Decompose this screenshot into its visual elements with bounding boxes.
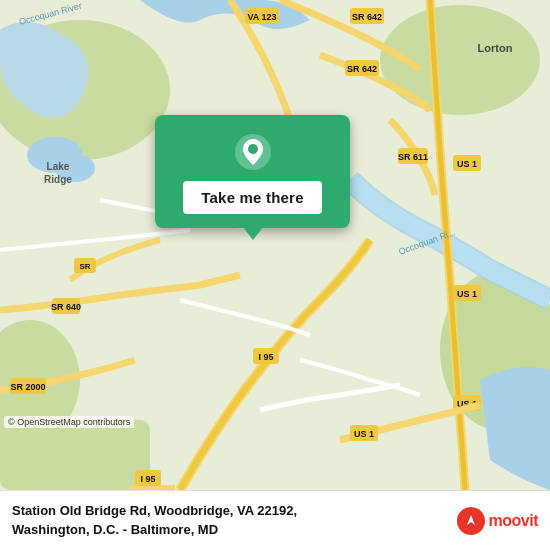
svg-text:US 1: US 1: [457, 289, 477, 299]
address-line1: Station Old Bridge Rd, Woodbridge, VA 22…: [12, 502, 447, 520]
location-popup: Take me there: [155, 115, 350, 228]
moovit-icon: [457, 507, 485, 535]
svg-text:SR 642: SR 642: [347, 64, 377, 74]
svg-text:I 95: I 95: [258, 352, 273, 362]
svg-text:Ridge: Ridge: [44, 174, 72, 185]
svg-text:Lorton: Lorton: [478, 42, 513, 54]
map-view: I 95 I 95 US 1 US 1 US 1 SR 640 SR 2000 …: [0, 0, 550, 490]
take-me-there-button[interactable]: Take me there: [183, 181, 321, 214]
svg-text:SR 640: SR 640: [51, 302, 81, 312]
svg-text:SR: SR: [79, 262, 90, 271]
svg-text:Lake: Lake: [47, 161, 70, 172]
address-container: Station Old Bridge Rd, Woodbridge, VA 22…: [12, 502, 447, 538]
address-line2: Washington, D.C. - Baltimore, MD: [12, 521, 447, 539]
svg-text:VA 123: VA 123: [247, 12, 276, 22]
svg-text:I 95: I 95: [140, 474, 155, 484]
moovit-brand-text: moovit: [489, 512, 538, 530]
svg-text:SR 642: SR 642: [352, 12, 382, 22]
svg-rect-5: [0, 420, 150, 490]
osm-attribution: © OpenStreetMap contributors: [4, 416, 134, 428]
svg-point-40: [248, 144, 258, 154]
location-pin-icon: [234, 133, 272, 171]
svg-text:SR 2000: SR 2000: [10, 382, 45, 392]
moovit-logo: moovit: [457, 507, 538, 535]
svg-text:US 1: US 1: [354, 429, 374, 439]
svg-text:US 1: US 1: [457, 159, 477, 169]
info-bar: Station Old Bridge Rd, Woodbridge, VA 22…: [0, 490, 550, 550]
svg-text:SR 611: SR 611: [398, 152, 428, 162]
